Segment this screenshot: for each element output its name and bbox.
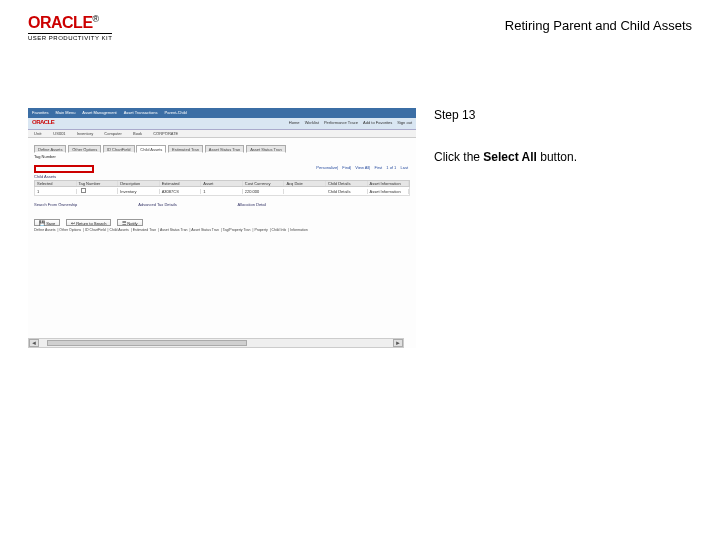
- breadcrumb: Favorites Main Menu Asset Management Ass…: [28, 108, 416, 118]
- horizontal-scrollbar[interactable]: ◄ ►: [28, 338, 404, 348]
- book-value: CORPORATE: [153, 131, 178, 136]
- brand-logo: ORACLE® USER PRODUCTIVITY KIT: [28, 14, 112, 41]
- tab-id-chartfield[interactable]: ID ChartField: [103, 145, 135, 153]
- viewall-link[interactable]: View All: [355, 165, 369, 170]
- breadcrumb-item: Favorites: [32, 110, 48, 115]
- search-ownership-link[interactable]: Search From Ownership: [34, 202, 77, 207]
- save-icon: 💾: [39, 220, 45, 226]
- perf-link[interactable]: Performance Trace: [324, 120, 358, 125]
- cell-info[interactable]: Asset Information: [368, 189, 410, 194]
- instr-pre: Click the: [434, 150, 483, 164]
- app-screenshot: Favorites Main Menu Asset Management Ass…: [28, 108, 416, 348]
- brand-subtitle: USER PRODUCTIVITY KIT: [28, 33, 112, 41]
- notify-button[interactable]: ☰ Notify: [117, 219, 142, 226]
- favorites-link[interactable]: Add to Favorites: [363, 120, 392, 125]
- allocation-link[interactable]: Allocation Detail: [238, 202, 267, 207]
- personalize-link[interactable]: Personalize: [316, 165, 337, 170]
- adv-tax-link[interactable]: Advanced Tax Details: [138, 202, 176, 207]
- cell-check[interactable]: [77, 188, 119, 194]
- breadcrumb-item: Asset Transactions: [124, 110, 158, 115]
- field-row: Tag Number: [34, 154, 410, 164]
- app-logo: ORACLE: [32, 119, 54, 125]
- app-header-bar: ORACLE Home Worklist Performance Trace A…: [28, 118, 416, 130]
- pager-text: 1 of 1: [386, 165, 396, 170]
- cell-est: A3087CS: [160, 189, 202, 194]
- tag-label: Tag Number: [34, 154, 56, 159]
- tab-asset-status-tran[interactable]: Asset Status Tran: [205, 145, 245, 153]
- grid-toolbar: Personalize| Find| View All| First 1 of …: [313, 165, 408, 170]
- footer-link[interactable]: Asset Status Tran: [191, 228, 219, 232]
- col-est: Estimated: [160, 181, 202, 186]
- tab-child-assets[interactable]: Child Assets: [136, 145, 166, 153]
- col-info: Asset Information: [368, 181, 410, 186]
- footer-link[interactable]: Child Info: [272, 228, 287, 232]
- footer-link[interactable]: ID ChartField: [85, 228, 106, 232]
- mid-links: Search From Ownership Advanced Tax Detai…: [34, 202, 410, 207]
- footer-link[interactable]: Other Options: [59, 228, 81, 232]
- cell-desc: Inventory: [118, 189, 160, 194]
- tab-asset-status-tran-2[interactable]: Asset Status Tran: [246, 145, 286, 153]
- col-child: Child Details: [326, 181, 368, 186]
- select-all-highlight[interactable]: [34, 165, 94, 173]
- section-heading: Child Assets: [34, 174, 56, 179]
- table-row: 1 Inventory A3087CS 1 220.000 Child Deta…: [34, 187, 410, 196]
- step-label: Step 13: [434, 108, 684, 122]
- home-link[interactable]: Home: [289, 120, 300, 125]
- first-link[interactable]: First: [374, 165, 382, 170]
- footer-link[interactable]: Property: [254, 228, 267, 232]
- instr-bold: Select All: [483, 150, 537, 164]
- page-title: Retiring Parent and Child Assets: [505, 14, 692, 33]
- signout-link[interactable]: Sign out: [397, 120, 412, 125]
- context-bar: Unit: US001 Inventory Computer Book CORP…: [28, 130, 416, 138]
- col-selected: Selected: [35, 181, 77, 186]
- worklist-link[interactable]: Worklist: [305, 120, 319, 125]
- footer-links: Define Assets| Other Options| ID ChartFi…: [34, 228, 410, 232]
- footer-link[interactable]: Information: [290, 228, 308, 232]
- save-button[interactable]: 💾 Save: [34, 219, 60, 226]
- button-row: 💾 Save ↩ Return to Search ☰ Notify: [34, 216, 410, 225]
- cell-cost: 220.000: [243, 189, 285, 194]
- footer-link[interactable]: Tag/Property Tran: [223, 228, 251, 232]
- scroll-left-icon[interactable]: ◄: [29, 339, 39, 347]
- col-desc: Description: [118, 181, 160, 186]
- inv-value: Computer: [104, 131, 122, 136]
- header-links: Home Worklist Performance Trace Add to F…: [285, 120, 412, 125]
- breadcrumb-item: Main Menu: [56, 110, 76, 115]
- tab-strip: Define Assets Other Options ID ChartFiel…: [34, 142, 410, 151]
- trademark: ®: [93, 14, 100, 24]
- return-button[interactable]: ↩ Return to Search: [66, 219, 111, 226]
- notify-icon: ☰: [122, 220, 126, 226]
- tab-define-assets[interactable]: Define Assets: [34, 145, 66, 153]
- footer-link[interactable]: Define Assets: [34, 228, 55, 232]
- find-link[interactable]: Find: [342, 165, 350, 170]
- last-link[interactable]: Last: [400, 165, 408, 170]
- footer-link[interactable]: Estimated Tran: [133, 228, 157, 232]
- cell-child[interactable]: Child Details: [326, 189, 368, 194]
- grid-header: Selected Tag Number Description Estimate…: [34, 180, 410, 187]
- instruction-panel: Step 13 Click the Select All button.: [434, 108, 684, 164]
- scroll-thumb[interactable]: [47, 340, 247, 346]
- instruction-text: Click the Select All button.: [434, 150, 684, 164]
- unit-label: Unit:: [34, 131, 42, 136]
- brand-text: ORACLE: [28, 14, 93, 31]
- cell-idx: 1: [35, 189, 77, 194]
- breadcrumb-item: Parent-Child: [165, 110, 187, 115]
- scroll-right-icon[interactable]: ►: [393, 339, 403, 347]
- col-tag: Tag Number: [77, 181, 119, 186]
- footer-link[interactable]: Child Assets: [110, 228, 129, 232]
- cell-asset: 1: [201, 189, 243, 194]
- col-cost: Cost Currency: [243, 181, 285, 186]
- footer-link[interactable]: Asset Status Tran: [160, 228, 188, 232]
- book-label: Book: [133, 131, 142, 136]
- col-acq: Acq Date: [284, 181, 326, 186]
- unit-value: US001: [53, 131, 65, 136]
- tab-estimated-tran[interactable]: Estimated Tran: [168, 145, 203, 153]
- instr-post: button.: [537, 150, 577, 164]
- col-asset: Asset: [201, 181, 243, 186]
- return-icon: ↩: [71, 220, 75, 226]
- checkbox-icon[interactable]: [81, 188, 86, 193]
- inv-label: Inventory: [77, 131, 93, 136]
- tab-other-options[interactable]: Other Options: [68, 145, 101, 153]
- breadcrumb-item: Asset Management: [82, 110, 116, 115]
